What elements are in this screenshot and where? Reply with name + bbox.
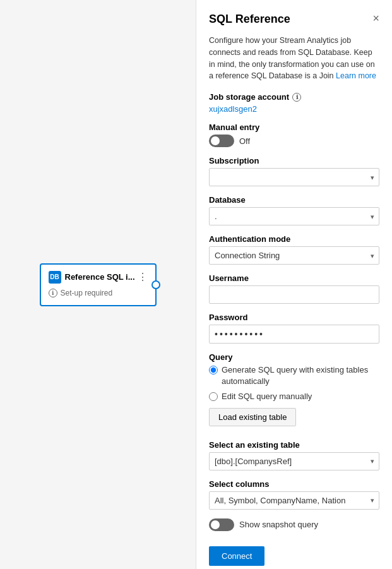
snapshot-toggle-label: Show snapshot query: [239, 520, 318, 529]
auth-mode-dropdown[interactable]: Connection String SQL Server Authenticat…: [209, 246, 379, 265]
query-label: Query: [209, 352, 379, 362]
password-input[interactable]: [209, 325, 379, 344]
subscription-section: Subscription ▾: [209, 156, 379, 186]
manual-entry-state: Off: [239, 136, 250, 146]
query-section: Query Generate SQL query with existing t…: [209, 352, 379, 431]
node-connector: [151, 280, 160, 289]
node-header: DB Reference SQL i... ⋮: [49, 271, 148, 284]
password-label: Password: [209, 313, 379, 322]
panel-header: SQL Reference ×: [209, 13, 379, 26]
load-existing-table-button[interactable]: Load existing table: [209, 408, 296, 426]
select-table-section: Select an existing table [dbo].[Companys…: [209, 440, 379, 470]
subscription-dropdown[interactable]: [209, 168, 379, 186]
username-input[interactable]: [209, 285, 379, 304]
node-status: ℹ Set-up required: [49, 289, 148, 297]
subscription-label: Subscription: [209, 156, 379, 165]
manual-entry-label: Manual entry: [209, 123, 379, 132]
job-storage-section: Job storage account ℹ xujxadlsgen2: [209, 92, 379, 114]
toggle-thumb: [211, 136, 220, 145]
database-dropdown[interactable]: .: [209, 207, 379, 225]
query-option2-label: Edit SQL query manually: [222, 391, 312, 402]
query-option2-row: Edit SQL query manually: [209, 391, 379, 402]
panel-description: Configure how your Stream Analytics job …: [209, 35, 379, 82]
username-section: Username: [209, 273, 379, 304]
snapshot-toggle-row: Show snapshot query: [209, 518, 379, 531]
query-option1-row: Generate SQL query with existing tables …: [209, 364, 379, 387]
sql-reference-panel: SQL Reference × Configure how your Strea…: [196, 0, 392, 569]
select-columns-section: Select columns All, Symbol, CompanyName,…: [209, 479, 379, 510]
database-section: Database . ▾: [209, 195, 379, 225]
storage-account-link[interactable]: xujxadlsgen2: [209, 104, 379, 114]
select-table-dropdown-wrapper: [dbo].[CompanysRef] ▾: [209, 452, 379, 470]
subscription-dropdown-wrapper: ▾: [209, 168, 379, 186]
query-option1-label: Generate SQL query with existing tables …: [222, 364, 379, 387]
select-table-dropdown[interactable]: [dbo].[CompanysRef]: [209, 452, 379, 470]
auth-mode-label: Authentication mode: [209, 234, 379, 244]
node-title: Reference SQL i...: [65, 272, 135, 282]
snapshot-toggle[interactable]: [209, 518, 234, 531]
canvas-area: DB Reference SQL i... ⋮ ℹ Set-up require…: [0, 0, 196, 569]
connect-button[interactable]: Connect: [209, 546, 264, 566]
close-button[interactable]: ×: [372, 13, 379, 24]
select-table-label: Select an existing table: [209, 440, 379, 450]
username-label: Username: [209, 273, 379, 283]
auth-mode-section: Authentication mode Connection String SQ…: [209, 234, 379, 265]
database-label: Database: [209, 195, 379, 205]
manual-entry-section: Manual entry Off: [209, 123, 379, 147]
password-section: Password: [209, 313, 379, 344]
query-radio-manual[interactable]: [209, 392, 218, 401]
node-menu-icon[interactable]: ⋮: [138, 272, 148, 282]
query-radio-auto[interactable]: [209, 366, 218, 374]
query-radio-group: Generate SQL query with existing tables …: [209, 364, 379, 403]
panel-title: SQL Reference: [209, 13, 290, 26]
select-columns-dropdown-wrapper: All, Symbol, CompanyName, Nation ▾: [209, 491, 379, 510]
node-status-text: Set-up required: [61, 289, 113, 297]
learn-more-link[interactable]: Learn more: [336, 71, 376, 80]
snapshot-query-section: Show snapshot query: [209, 518, 379, 531]
select-columns-dropdown[interactable]: All, Symbol, CompanyName, Nation: [209, 491, 379, 510]
manual-entry-toggle-row: Off: [209, 135, 379, 147]
database-dropdown-wrapper: . ▾: [209, 207, 379, 225]
job-storage-label: Job storage account ℹ: [209, 92, 379, 102]
manual-entry-toggle[interactable]: [209, 135, 234, 147]
auth-mode-dropdown-wrapper: Connection String SQL Server Authenticat…: [209, 246, 379, 265]
status-info-icon: ℹ: [49, 289, 57, 297]
select-columns-label: Select columns: [209, 479, 379, 489]
node-card: DB Reference SQL i... ⋮ ℹ Set-up require…: [40, 263, 157, 306]
node-icon: DB: [49, 271, 61, 284]
job-storage-info-icon[interactable]: ℹ: [292, 93, 301, 102]
snapshot-toggle-thumb: [211, 520, 220, 529]
node-title-row: DB Reference SQL i...: [49, 271, 135, 284]
